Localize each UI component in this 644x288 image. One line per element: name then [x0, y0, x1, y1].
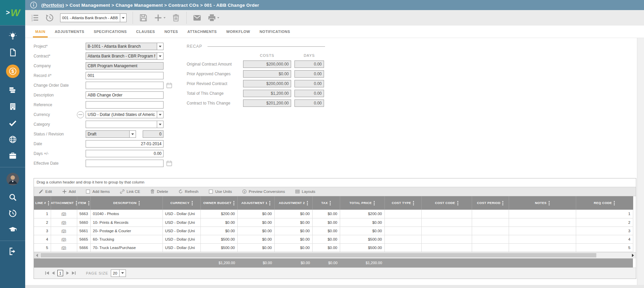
tab-workflow[interactable]: WORKFLOW: [222, 26, 255, 38]
column-menu-icon[interactable]: [549, 201, 550, 205]
tab-main[interactable]: MAIN: [31, 26, 50, 38]
table-row[interactable]: 4(0)566560- TruckingUSD - Dollar (Uni$50…: [34, 235, 633, 243]
group-drop-zone[interactable]: Drag a column header and drop it here to…: [34, 178, 636, 187]
add-icon[interactable]: [154, 13, 163, 22]
description-field[interactable]: [86, 91, 164, 99]
column-menu-icon[interactable]: [413, 201, 414, 205]
breadcrumb-segment-portfolio[interactable]: (Portfolio): [41, 3, 64, 8]
column-header-notes[interactable]: NOTES: [509, 196, 576, 210]
column-header-line[interactable]: LINE #: [34, 196, 51, 210]
category-dropdown-icon[interactable]: [157, 121, 163, 128]
last-page-icon[interactable]: [71, 270, 77, 276]
page-size-select[interactable]: 20: [111, 270, 126, 277]
column-header-attachment[interactable]: ATTACHMENT: [51, 196, 77, 210]
record-selector[interactable]: [60, 13, 127, 22]
project-dropdown-icon[interactable]: [157, 43, 163, 50]
table-row[interactable]: 5(0)566670- Truck Leas/PurchaseUSD - Dol…: [34, 243, 633, 252]
grid-toolbar-preview-conversions-button[interactable]: $Preview Conversions: [242, 189, 285, 194]
grid-toolbar-layouts-button[interactable]: Layouts: [295, 189, 315, 194]
calendar-icon[interactable]: [166, 82, 173, 89]
column-menu-icon[interactable]: [307, 201, 308, 205]
next-page-icon[interactable]: [64, 270, 71, 276]
portfolio-briefcase-icon[interactable]: [8, 152, 17, 160]
current-page[interactable]: 1: [57, 270, 63, 276]
grid-toolbar-add-button[interactable]: Add: [62, 189, 76, 194]
attachment-link[interactable]: (0): [61, 212, 66, 216]
column-header-item[interactable]: ITEM: [77, 196, 90, 210]
log-list-icon[interactable]: 123: [31, 13, 39, 22]
column-header-cost-period[interactable]: COST PERIOD: [472, 196, 509, 210]
days-field[interactable]: [86, 150, 164, 157]
tab-attachments[interactable]: ATTACHMENTS: [183, 26, 222, 38]
horizontal-scrollbar[interactable]: [34, 252, 636, 258]
mail-icon[interactable]: [193, 13, 201, 22]
app-logo[interactable]: > W: [0, 0, 25, 25]
tab-notes[interactable]: NOTES: [160, 26, 183, 38]
days-input[interactable]: [86, 150, 163, 157]
grid-toolbar-edit-button[interactable]: Edit: [39, 189, 52, 194]
grid-toolbar-delete-button[interactable]: Delete: [150, 189, 168, 194]
table-row[interactable]: 1(0)566301040 - PhotosUSD - Dollar (Uni$…: [34, 210, 633, 218]
date-input[interactable]: [86, 140, 163, 147]
reference-field[interactable]: [86, 101, 164, 109]
category-select[interactable]: [86, 121, 164, 128]
delete-icon[interactable]: [172, 13, 180, 22]
column-menu-icon[interactable]: [76, 201, 77, 205]
scroll-right-icon[interactable]: [630, 252, 636, 258]
column-menu-icon[interactable]: [192, 201, 193, 205]
tasks-check-icon[interactable]: [8, 119, 17, 127]
column-header-cost-code[interactable]: COST CODE: [421, 196, 472, 210]
calendar-icon[interactable]: [166, 160, 173, 167]
table-row[interactable]: 3(0)566120- Postage & CourierUSD - Dolla…: [34, 227, 633, 235]
attachment-link[interactable]: (0): [61, 237, 66, 241]
column-menu-icon[interactable]: [269, 201, 270, 205]
grid-toolbar-refresh-button[interactable]: Refresh: [178, 189, 198, 194]
contract-dropdown-icon[interactable]: [157, 53, 163, 59]
tab-clauses[interactable]: CLAUSES: [132, 26, 160, 38]
currency-dropdown-icon[interactable]: [157, 111, 163, 118]
print-dropdown-icon[interactable]: [217, 17, 219, 18]
grid-toolbar-use-units-button[interactable]: Use Units: [209, 189, 232, 194]
user-avatar[interactable]: [6, 173, 19, 186]
add-dropdown-icon[interactable]: [164, 17, 166, 18]
column-menu-icon[interactable]: [374, 201, 375, 205]
attachment-link[interactable]: (0): [61, 220, 66, 224]
scroll-left-icon[interactable]: [34, 252, 40, 258]
tab-adjustments[interactable]: ADJUSTMENTS: [50, 26, 89, 38]
column-menu-icon[interactable]: [233, 201, 234, 205]
tab-notifications[interactable]: NOTIFICATIONS: [255, 26, 295, 38]
column-header-description[interactable]: DESCRIPTION: [90, 196, 163, 210]
logout-icon[interactable]: [8, 247, 17, 256]
currency-value[interactable]: [86, 111, 157, 118]
category-value[interactable]: [86, 121, 157, 128]
info-icon[interactable]: [30, 1, 37, 9]
currency-select[interactable]: [86, 111, 164, 118]
first-page-icon[interactable]: [44, 270, 50, 276]
column-menu-icon[interactable]: [614, 201, 615, 205]
grid-toolbar-link-ce-button[interactable]: Link CE: [120, 189, 140, 194]
column-menu-icon[interactable]: [502, 201, 503, 205]
column-header-currency[interactable]: CURRENCY: [163, 196, 200, 210]
column-header-tax[interactable]: TAX: [312, 196, 340, 210]
table-row[interactable]: 2(0)566010- Prints & RecordsUSD - Dollar…: [34, 218, 633, 227]
training-graduation-icon[interactable]: [8, 225, 17, 234]
print-icon[interactable]: [208, 13, 216, 22]
description-input[interactable]: [86, 92, 163, 98]
record-number-field[interactable]: [86, 72, 164, 79]
column-header-cost-type[interactable]: COST TYPE: [384, 196, 421, 210]
record-selector-dropdown-icon[interactable]: [120, 14, 126, 22]
tab-specifications[interactable]: SPECIFICATIONS: [89, 26, 131, 38]
scrollbar-thumb[interactable]: [41, 253, 596, 257]
attachment-link[interactable]: (0): [61, 246, 66, 250]
status-dropdown-icon[interactable]: [129, 131, 136, 137]
web-globe-icon[interactable]: [8, 135, 17, 144]
save-icon[interactable]: [139, 13, 148, 22]
column-header-owner-budget[interactable]: OWNER BUDGET: [200, 196, 237, 210]
column-header-adjustment-1[interactable]: ADJUSTMENT 1: [237, 196, 274, 210]
date-field[interactable]: [86, 140, 164, 148]
search-icon[interactable]: [8, 193, 17, 202]
reference-input[interactable]: [86, 101, 163, 108]
column-header-total-price[interactable]: TOTAL PRICE: [340, 196, 384, 210]
history-icon[interactable]: [45, 13, 54, 22]
record-selector-value[interactable]: [60, 14, 120, 22]
